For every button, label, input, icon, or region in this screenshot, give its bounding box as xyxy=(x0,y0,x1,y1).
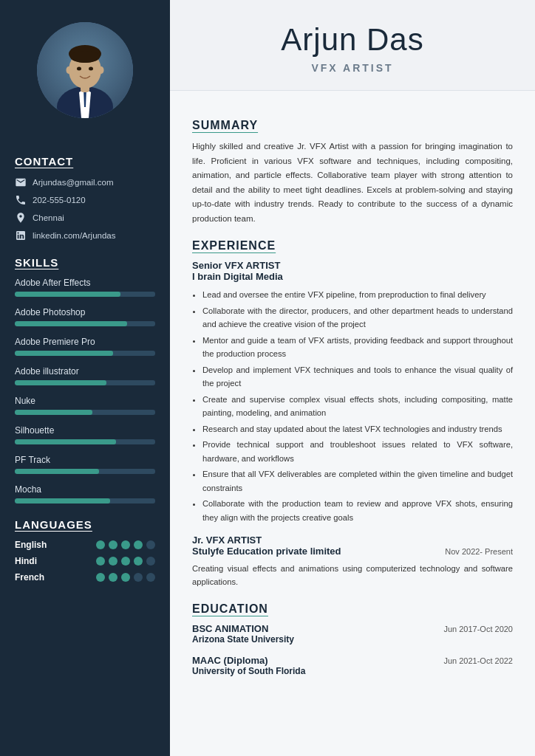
skill-bar-bg xyxy=(15,351,155,356)
skills-list: Adobe After Effects Adobe Photoshop Adob… xyxy=(15,278,155,504)
svg-point-11 xyxy=(67,66,72,74)
avatar xyxy=(37,22,133,118)
exp-company-1: I brain Digital Media xyxy=(192,271,513,282)
bullet-item: Mentor and guide a team of VFX artists, … xyxy=(202,334,513,361)
skill-name: Nuke xyxy=(15,396,155,406)
exp-date-2: Nov 2022- Present xyxy=(445,547,513,556)
skill-item: Mocha xyxy=(15,484,155,504)
skill-bar-bg xyxy=(15,410,155,415)
edu-entry-1: BSC ANIMATION Arizona State University J… xyxy=(192,623,513,645)
edu-header-2: MAAC (Diploma) University of South Flori… xyxy=(192,655,513,676)
skill-bar-fill xyxy=(15,321,127,326)
lang-name: Hindi xyxy=(15,556,59,566)
lang-dot xyxy=(134,573,143,582)
skill-name: Mocha xyxy=(15,484,155,495)
lang-name: English xyxy=(15,540,59,550)
skill-item: Adobe After Effects xyxy=(15,278,155,297)
sidebar: CONTACT Arjundas@gmail.com 202-555-0120 … xyxy=(0,0,170,756)
edu-left-2: MAAC (Diploma) University of South Flori… xyxy=(192,655,305,676)
lang-dot xyxy=(109,540,117,549)
edu-date-2: Jun 2021-Oct 2022 xyxy=(443,656,513,665)
lang-name: French xyxy=(15,572,59,583)
lang-dot xyxy=(109,557,117,566)
edu-date-1: Jun 2017-Oct 2020 xyxy=(443,625,513,633)
skill-bar-fill xyxy=(15,380,106,385)
skill-bar-fill xyxy=(15,410,92,415)
bullet-item: Lead and oversee the entire VFX pipeline… xyxy=(202,288,513,301)
main-content: Arjun Das VFX ARTIST SUMMARY Highly skil… xyxy=(170,0,535,756)
edu-degree-2: MAAC (Diploma) xyxy=(192,655,305,666)
bullet-item: Create and supervise complex visual effe… xyxy=(202,393,513,420)
lang-dots xyxy=(96,573,155,582)
skill-name: Adobe Photoshop xyxy=(15,307,155,317)
skill-bar-bg xyxy=(15,380,155,385)
svg-point-8 xyxy=(70,51,100,63)
bullet-item: Develop and implement VFX techniques and… xyxy=(202,363,513,391)
skill-bar-fill xyxy=(15,292,120,297)
skill-bar-fill xyxy=(15,439,116,444)
email-text: Arjundas@gmail.com xyxy=(33,178,113,187)
skill-item: Silhouette xyxy=(15,425,155,444)
skill-bar-bg xyxy=(15,469,155,474)
header: Arjun Das VFX ARTIST xyxy=(170,0,535,91)
exp-role-2: Jr. VFX ARTIST xyxy=(192,535,513,546)
experience-entry-1: Senior VFX ARTIST I brain Digital Media … xyxy=(192,260,513,524)
edu-entry-2: MAAC (Diploma) University of South Flori… xyxy=(192,655,513,676)
location-icon xyxy=(15,212,27,224)
skill-name: Silhouette xyxy=(15,425,155,436)
experience-title: EXPERIENCE xyxy=(192,239,513,252)
skill-name: Adobe illustrator xyxy=(15,366,155,377)
edu-school-2: University of South Florida xyxy=(192,666,305,676)
exp-description-2: Creating visual effects and animations u… xyxy=(192,563,513,589)
skill-item: Adobe Premiere Pro xyxy=(15,337,155,356)
resume-container: CONTACT Arjundas@gmail.com 202-555-0120 … xyxy=(0,0,535,756)
skill-bar-fill xyxy=(15,351,113,356)
svg-point-9 xyxy=(77,67,81,71)
skill-bar-fill xyxy=(15,469,99,474)
lang-dot xyxy=(146,540,155,549)
exp-header-row-2: Stulyfe Education private limited Nov 20… xyxy=(192,546,513,563)
lang-dot xyxy=(96,573,105,582)
lang-dot xyxy=(134,540,143,549)
city-text: Chennai xyxy=(33,213,64,222)
job-title: VFX ARTIST xyxy=(200,62,505,74)
bullet-item: Provide technical support and troublesho… xyxy=(202,438,513,465)
lang-dot xyxy=(121,573,130,582)
lang-dot xyxy=(121,557,130,566)
skill-bar-bg xyxy=(15,321,155,326)
lang-dots xyxy=(96,540,155,549)
lang-dot xyxy=(121,540,130,549)
languages-title: LANGUAGES xyxy=(15,518,155,531)
contact-phone: 202-555-0120 xyxy=(15,194,155,206)
svg-point-10 xyxy=(89,67,93,71)
linkedin-icon xyxy=(15,230,27,241)
summary-title: SUMMARY xyxy=(192,119,513,132)
phone-icon xyxy=(15,194,27,206)
skill-bar-bg xyxy=(15,439,155,444)
skill-name: PF Track xyxy=(15,455,155,465)
contact-city: Chennai xyxy=(15,212,155,224)
skill-item: Adobe illustrator xyxy=(15,366,155,385)
exp-role-1: Senior VFX ARTIST xyxy=(192,260,513,271)
skill-bar-fill xyxy=(15,498,110,504)
edu-header-1: BSC ANIMATION Arizona State University J… xyxy=(192,623,513,645)
bullet-item: Collaborate with the director, producers… xyxy=(202,304,513,331)
contact-linkedin: linkedin.com/Arjundas xyxy=(15,230,155,241)
skill-bar-bg xyxy=(15,498,155,504)
lang-dot xyxy=(96,540,105,549)
edu-school-1: Arizona State University xyxy=(192,634,294,645)
exp-bullets-1: Lead and oversee the entire VFX pipeline… xyxy=(192,288,513,524)
linkedin-text: linkedin.com/Arjundas xyxy=(33,231,116,240)
resume-body: SUMMARY Highly skilled and creative Jr. … xyxy=(170,91,535,709)
email-icon xyxy=(15,176,27,188)
skill-item: Adobe Photoshop xyxy=(15,307,155,326)
lang-dot xyxy=(134,557,143,566)
exp-company-2: Stulyfe Education private limited xyxy=(192,546,341,557)
phone-text: 202-555-0120 xyxy=(33,196,86,205)
skill-name: Adobe After Effects xyxy=(15,278,155,288)
lang-dot xyxy=(96,557,105,566)
edu-left-1: BSC ANIMATION Arizona State University xyxy=(192,623,294,645)
lang-dot xyxy=(146,557,155,566)
language-item: Hindi xyxy=(15,556,155,566)
skill-bar-bg xyxy=(15,292,155,297)
